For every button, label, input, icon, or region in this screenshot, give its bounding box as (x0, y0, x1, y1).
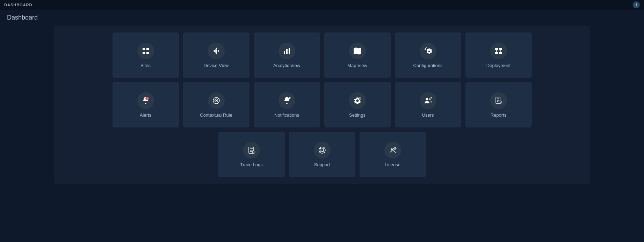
notifications-icon (278, 92, 295, 109)
tile-alerts[interactable]: Alerts (113, 82, 179, 127)
settings-icon (349, 92, 366, 109)
reports-label: Reports (491, 112, 507, 118)
svg-rect-10 (499, 52, 502, 54)
tile-row-1: Sites Device View Analytic View (61, 32, 583, 78)
svg-point-22 (426, 98, 428, 100)
tile-analytic-view[interactable]: Analytic View (254, 32, 320, 78)
support-icon (314, 142, 331, 159)
svg-rect-6 (289, 48, 290, 54)
license-label: License (385, 162, 400, 167)
settings-label: Settings (349, 112, 366, 118)
tile-configurations[interactable]: Configurations (395, 32, 461, 78)
tile-notifications[interactable]: Notifications (254, 82, 320, 127)
svg-point-23 (429, 98, 430, 100)
sites-icon (137, 43, 154, 59)
svg-rect-0 (143, 48, 145, 50)
page-heading: Dashboard (0, 10, 644, 25)
svg-point-40 (321, 149, 324, 152)
users-label: Users (422, 112, 434, 118)
tile-contextual-rule[interactable]: Contextual Rule (183, 82, 249, 127)
svg-point-18 (216, 100, 217, 101)
tile-sites[interactable]: Sites (113, 32, 179, 78)
map-icon (349, 43, 366, 59)
notifications-label: Notifications (274, 112, 299, 118)
svg-rect-7 (495, 48, 498, 50)
configurations-icon (420, 43, 436, 59)
tile-deployment[interactable]: Deployment (465, 32, 532, 78)
top-bar: DASHBOARD i (0, 0, 644, 10)
svg-rect-5 (286, 49, 288, 54)
svg-point-46 (392, 149, 393, 150)
topbar-title: DASHBOARD (4, 3, 32, 7)
dashboard-container: Sites Device View Analytic View (54, 25, 590, 184)
analytic-icon (278, 43, 295, 59)
users-icon (420, 92, 436, 109)
trace-logs-label: Trace Logs (240, 162, 263, 167)
tile-trace-logs[interactable]: Trace Logs (218, 132, 285, 177)
tile-row-2: Alerts Contextual Rule Notifications (61, 82, 583, 127)
tile-settings[interactable]: Settings (324, 82, 391, 127)
svg-point-16 (147, 99, 147, 99)
analytic-view-label: Analytic View (273, 63, 300, 68)
svg-rect-3 (146, 52, 149, 54)
trace-logs-icon (243, 142, 260, 159)
tile-device-view[interactable]: Device View (183, 32, 249, 78)
svg-rect-9 (495, 52, 498, 54)
svg-point-37 (252, 151, 254, 153)
svg-rect-8 (499, 48, 502, 50)
svg-rect-2 (143, 52, 145, 54)
map-view-label: Map View (347, 63, 367, 68)
contextual-rule-label: Contextual Rule (200, 112, 232, 118)
svg-rect-1 (146, 48, 149, 50)
alerts-label: Alerts (140, 112, 151, 118)
tile-users[interactable]: Users (395, 82, 461, 127)
svg-rect-4 (284, 51, 285, 54)
device-view-icon (208, 43, 225, 59)
tile-support[interactable]: Support (289, 132, 355, 177)
device-view-label: Device View (204, 63, 229, 68)
info-button[interactable]: i (633, 1, 640, 8)
tile-license[interactable]: License (360, 132, 426, 177)
svg-line-38 (254, 153, 255, 153)
tile-row-3: Trace Logs Support (61, 132, 583, 177)
contextual-rule-icon (208, 92, 225, 109)
alerts-icon (137, 92, 154, 109)
configurations-label: Configurations (413, 63, 443, 68)
sites-label: Sites (140, 63, 151, 68)
deployment-icon (490, 43, 507, 59)
tile-reports[interactable]: Reports (465, 82, 532, 127)
tile-map-view[interactable]: Map View (324, 32, 391, 78)
deployment-label: Deployment (486, 63, 511, 68)
reports-icon (490, 92, 507, 109)
support-label: Support (314, 162, 330, 167)
license-icon (384, 142, 401, 159)
